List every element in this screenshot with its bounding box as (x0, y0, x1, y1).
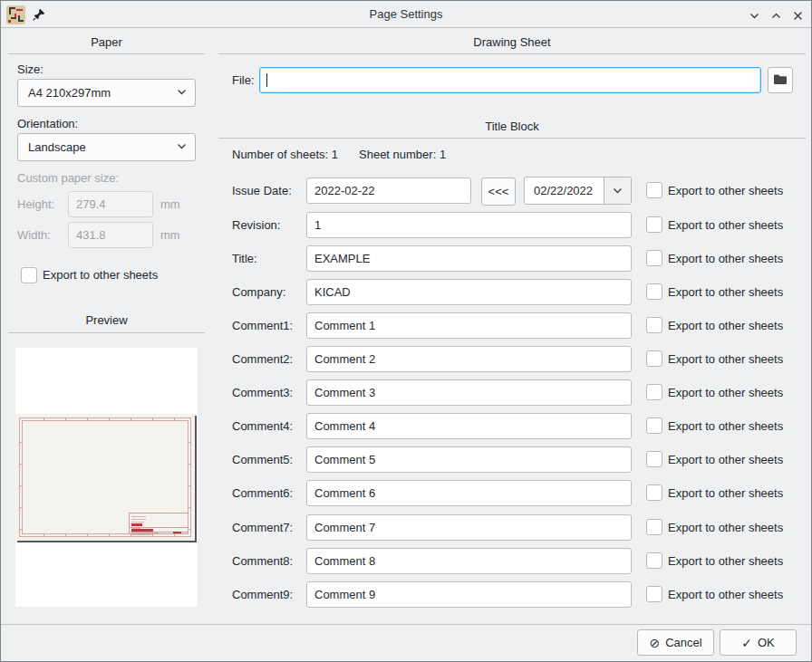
browse-button[interactable] (768, 67, 793, 93)
row-comment6: Comment6: Export to other sheets (218, 479, 806, 507)
export-label: Export to other sheets (668, 345, 783, 373)
comment2-input[interactable] (306, 346, 632, 372)
export-checkbox[interactable] (646, 182, 662, 198)
sheet-title-block (129, 513, 188, 534)
copy-date-button[interactable]: <<< (481, 177, 516, 206)
date-picker-value: 02/22/2022 (525, 177, 604, 204)
orientation-value: Landscape (28, 140, 176, 154)
chevron-down-icon (176, 140, 188, 155)
field-label: Title: (232, 245, 257, 273)
drawing-sheet-divider (218, 53, 806, 54)
paper-section: Paper Size: A4 210x297mm Orientation: La… (1, 28, 212, 635)
chevron-down-icon[interactable] (604, 177, 631, 204)
title-block-divider (218, 138, 806, 139)
export-checkbox[interactable] (646, 586, 662, 602)
field-label: Comment8: (232, 547, 293, 575)
text-caret (266, 73, 267, 87)
revision-input[interactable] (306, 212, 632, 238)
field-label: Comment7: (232, 513, 293, 542)
paper-export-checkbox[interactable] (21, 267, 37, 283)
comment5-input[interactable] (306, 446, 632, 473)
field-label: Comment1: (232, 312, 293, 340)
orientation-select[interactable]: Landscape (17, 133, 196, 161)
row-comment5: Comment5: Export to other sheets (218, 446, 806, 474)
field-label: Comment5: (232, 446, 293, 474)
export-label: Export to other sheets (668, 379, 783, 407)
row-comment2: Comment2: Export to other sheets (218, 345, 806, 373)
size-label: Size: (17, 62, 44, 76)
field-label: Issue Date: (232, 177, 292, 205)
row-comment1: Comment1: Export to other sheets (218, 312, 806, 340)
field-label: Comment6: (232, 479, 293, 507)
row-revision: Revision: Export to other sheets (218, 211, 806, 239)
field-label: Comment3: (232, 379, 293, 407)
sheets-count: Number of sheets: 1 (232, 148, 338, 161)
comment3-input[interactable] (306, 379, 632, 406)
title-block-header: Title Block (218, 120, 806, 133)
orientation-label: Orientation: (17, 117, 78, 130)
export-checkbox[interactable] (646, 350, 662, 367)
row-company: Company: Export to other sheets (218, 278, 806, 306)
export-checkbox[interactable] (646, 417, 662, 434)
company-input[interactable] (306, 279, 632, 305)
export-label: Export to other sheets (668, 412, 783, 440)
window-title: Page Settings (1, 1, 811, 28)
export-label: Export to other sheets (668, 211, 783, 239)
chevron-down-icon[interactable] (746, 7, 762, 24)
export-checkbox[interactable] (646, 317, 662, 333)
cancel-button[interactable]: ⊘ Cancel (637, 629, 714, 656)
titlebar[interactable]: Page Settings (1, 1, 811, 28)
file-input[interactable] (259, 67, 761, 93)
comment7-input[interactable] (306, 514, 632, 541)
chevron-up-icon[interactable] (768, 7, 784, 24)
ok-label: OK (758, 636, 775, 649)
preview-header: Preview (8, 313, 205, 327)
export-label: Export to other sheets (668, 245, 783, 273)
preview-divider (8, 332, 205, 333)
field-label: Company: (232, 278, 285, 306)
comment4-input[interactable] (306, 413, 632, 439)
paper-header: Paper (8, 35, 205, 49)
cancel-label: Cancel (665, 636, 701, 649)
row-comment4: Comment4: Export to other sheets (218, 412, 806, 440)
paper-size-select[interactable]: A4 210x297mm (17, 79, 196, 107)
export-checkbox[interactable] (646, 384, 662, 400)
height-label: Height: (17, 191, 54, 218)
drawing-sheet-section: Drawing Sheet File: Title Block Number o… (218, 28, 806, 635)
row-comment7: Comment7: Export to other sheets (218, 513, 806, 542)
export-checkbox[interactable] (646, 216, 662, 233)
row-comment3: Comment3: Export to other sheets (218, 379, 806, 407)
row-comment9: Comment9: Export to other sheets (218, 580, 806, 609)
comment9-input[interactable] (306, 581, 632, 608)
ok-button[interactable]: ✓ OK (720, 629, 797, 656)
export-checkbox[interactable] (646, 552, 662, 569)
date-picker[interactable]: 02/22/2022 (524, 177, 632, 205)
export-checkbox[interactable] (646, 519, 662, 535)
height-input (68, 191, 153, 217)
width-input (68, 222, 153, 248)
comment8-input[interactable] (306, 548, 632, 574)
title-input[interactable] (306, 245, 632, 272)
export-checkbox[interactable] (646, 485, 662, 501)
paper-divider (8, 53, 205, 54)
comment6-input[interactable] (306, 480, 632, 506)
export-label: Export to other sheets (668, 479, 783, 507)
file-field-wrap (259, 67, 761, 93)
export-label: Export to other sheets (668, 177, 783, 205)
export-checkbox[interactable] (646, 250, 662, 266)
issue-date-input[interactable] (306, 177, 471, 204)
width-unit: mm (160, 222, 180, 249)
folder-icon (773, 73, 788, 88)
export-label: Export to other sheets (668, 278, 783, 306)
close-icon[interactable] (789, 7, 806, 24)
export-checkbox[interactable] (646, 283, 662, 300)
export-checkbox[interactable] (646, 451, 662, 467)
row-comment8: Comment8: Export to other sheets (218, 547, 806, 575)
custom-size-label: Custom paper size: (17, 171, 119, 185)
field-label: Comment9: (232, 580, 293, 609)
preview-canvas (15, 348, 198, 607)
field-label: Comment4: (232, 412, 293, 440)
comment1-input[interactable] (306, 312, 632, 339)
paper-export-label: Export to other sheets (43, 268, 158, 282)
width-label: Width: (17, 222, 51, 249)
